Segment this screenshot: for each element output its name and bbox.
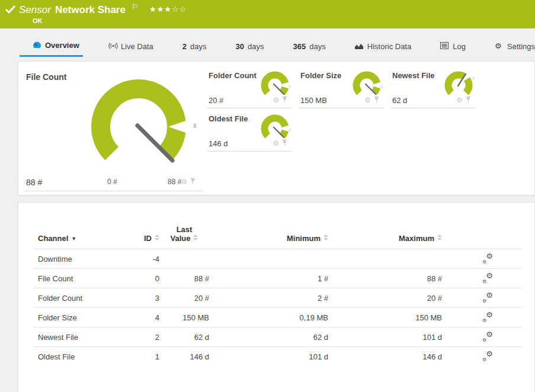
table-row-newest-file: Newest File 2 62 d 62 d 101 d ⚙⚙ bbox=[33, 327, 522, 347]
table-row-oldest-file: Oldest File 1 146 d 101 d 146 d ⚙⚙ bbox=[33, 347, 522, 367]
channel-id: 3 bbox=[128, 288, 159, 308]
gauge-title: Newest File bbox=[392, 71, 435, 80]
gauge-value: 150 MB bbox=[300, 96, 327, 105]
channel-settings-icon[interactable]: ⚙⚙ bbox=[482, 332, 493, 341]
sort-icon bbox=[193, 234, 198, 240]
channel-maximum: 88 # bbox=[328, 269, 442, 288]
tab-log[interactable]: Log bbox=[440, 36, 466, 57]
pin-icon[interactable] bbox=[374, 95, 379, 105]
column-header-maximum[interactable]: Maximum bbox=[328, 225, 442, 249]
gauge-icon bbox=[33, 41, 41, 50]
channel-last-value bbox=[159, 249, 209, 269]
flag-icon[interactable]: ⚐ bbox=[132, 2, 139, 11]
average-marker: x̄ bbox=[380, 84, 383, 89]
gauge-cell-newest-file: Newest File x̄ 62 d ⚙ bbox=[390, 69, 476, 108]
gauge-value: 20 # bbox=[209, 96, 223, 105]
sensor-status-text: OK bbox=[33, 17, 43, 24]
tab-live-data[interactable]: Live Data bbox=[108, 36, 153, 57]
gauge-cell-file-count: File Count x̄ 0 # 88 # 88 # ⚙ bbox=[24, 69, 203, 191]
gauge-settings-gear-icon[interactable]: ⚙ bbox=[364, 97, 371, 104]
channel-settings-icon[interactable]: ⚙⚙ bbox=[482, 293, 493, 302]
tab-2-days[interactable]: 2 days bbox=[182, 36, 207, 57]
sensor-status-bar: SensorNetwork Share ⚐ ★★★☆☆ OK bbox=[0, 0, 535, 28]
gauge-cell-folder-size: Folder Size x̄ 150 MB ⚙ bbox=[299, 69, 384, 108]
gauge-settings-gear-icon[interactable]: ⚙ bbox=[273, 97, 279, 104]
channel-name: Downtime bbox=[33, 249, 128, 269]
file-count-gauge bbox=[88, 79, 189, 180]
channel-id: 0 bbox=[128, 269, 159, 288]
sensor-name: Network Share bbox=[55, 4, 126, 15]
channel-id: 2 bbox=[128, 327, 159, 347]
channel-maximum: 20 # bbox=[328, 288, 442, 308]
priority-stars[interactable]: ★★★☆☆ bbox=[149, 5, 187, 14]
tab-30-days[interactable]: 30 days bbox=[236, 36, 264, 57]
gauge-cell-folder-count: Folder Count x̄ 20 # ⚙ bbox=[207, 69, 292, 108]
area-chart-icon bbox=[355, 42, 364, 50]
sensor-tab-bar: Overview Live Data 2 days 30 days 365 da… bbox=[33, 36, 535, 57]
object-kind-label: Sensor bbox=[19, 4, 51, 15]
channel-minimum: 0,19 MB bbox=[209, 308, 328, 327]
channel-minimum bbox=[209, 249, 328, 269]
tab-365-days[interactable]: 365 days bbox=[293, 36, 326, 57]
pin-icon[interactable] bbox=[190, 176, 196, 187]
tab-settings[interactable]: ⚙ Settings bbox=[495, 36, 535, 57]
gauge-value: 88 # bbox=[26, 178, 42, 187]
table-row-folder-size: Folder Size 4 150 MB 0,19 MB 150 MB ⚙⚙ bbox=[33, 308, 522, 327]
tab-label: Live Data bbox=[121, 42, 153, 51]
status-ok-check-icon bbox=[5, 5, 15, 16]
channel-maximum: 101 d bbox=[328, 327, 442, 347]
channel-minimum: 2 # bbox=[209, 288, 328, 308]
pin-icon[interactable] bbox=[282, 138, 287, 149]
tab-label: Settings bbox=[507, 42, 535, 51]
column-header-last-value[interactable]: Last Value bbox=[159, 225, 209, 249]
average-marker: x̄ bbox=[289, 84, 291, 89]
channel-table: Channel▼ ID Last Value Minimum Maximum bbox=[33, 225, 522, 367]
channel-maximum bbox=[328, 249, 442, 269]
stars-empty: ☆☆ bbox=[172, 5, 187, 14]
channel-name: Folder Count bbox=[33, 288, 128, 308]
channel-last-value: 150 MB bbox=[159, 308, 209, 327]
tab-label: days bbox=[248, 42, 264, 51]
channel-maximum: 150 MB bbox=[328, 308, 442, 327]
gear-icon: ⚙ bbox=[495, 42, 504, 50]
tab-label: Log bbox=[453, 42, 466, 51]
pin-icon[interactable] bbox=[466, 95, 471, 105]
channel-minimum: 62 d bbox=[209, 327, 328, 347]
average-marker: x̄ bbox=[289, 127, 291, 133]
channel-id: 4 bbox=[128, 308, 159, 327]
channel-id: 1 bbox=[128, 347, 159, 367]
sort-icon bbox=[437, 234, 442, 240]
sort-icon bbox=[155, 234, 159, 240]
gauge-value: 62 d bbox=[392, 96, 407, 105]
log-list-icon bbox=[440, 42, 449, 50]
column-header-channel[interactable]: Channel▼ bbox=[33, 225, 128, 249]
channel-minimum: 101 d bbox=[209, 347, 328, 367]
channel-settings-icon[interactable]: ⚙⚙ bbox=[482, 253, 493, 263]
column-header-id[interactable]: ID bbox=[128, 225, 159, 249]
gauge-settings-gear-icon[interactable]: ⚙ bbox=[273, 140, 279, 147]
gauge-scale-min: 0 # bbox=[107, 178, 117, 186]
gauge-settings-gear-icon[interactable]: ⚙ bbox=[181, 178, 187, 185]
gauge-settings-gear-icon[interactable]: ⚙ bbox=[456, 97, 463, 104]
tab-overview[interactable]: Overview bbox=[33, 36, 79, 57]
pin-icon[interactable] bbox=[282, 95, 287, 105]
channel-last-value: 88 # bbox=[159, 269, 209, 288]
column-header-minimum[interactable]: Minimum bbox=[209, 225, 328, 249]
gauges-panel: File Count x̄ 0 # 88 # 88 # ⚙ Folder Cou… bbox=[18, 61, 535, 195]
gauge-cell-oldest-file: Oldest File x̄ 146 d ⚙ bbox=[207, 112, 292, 152]
channel-settings-icon[interactable]: ⚙⚙ bbox=[482, 273, 493, 282]
channel-name: Folder Size bbox=[33, 308, 128, 327]
tab-label: days bbox=[190, 42, 206, 51]
tab-label: Historic Data bbox=[367, 42, 411, 51]
tab-historic-data[interactable]: Historic Data bbox=[355, 36, 411, 57]
table-row-downtime: Downtime -4 ⚙⚙ bbox=[33, 249, 522, 269]
channel-last-value: 62 d bbox=[159, 327, 209, 347]
table-row-file-count: File Count 0 88 # 1 # 88 # ⚙⚙ bbox=[33, 269, 522, 288]
broadcast-icon bbox=[108, 42, 117, 50]
channel-last-value: 20 # bbox=[159, 288, 209, 308]
sort-desc-icon: ▼ bbox=[71, 236, 76, 242]
channel-settings-icon[interactable]: ⚙⚙ bbox=[482, 312, 493, 322]
average-marker: x̄ bbox=[193, 122, 197, 129]
channel-settings-icon[interactable]: ⚙⚙ bbox=[482, 351, 493, 361]
tab-label: Overview bbox=[45, 41, 79, 50]
